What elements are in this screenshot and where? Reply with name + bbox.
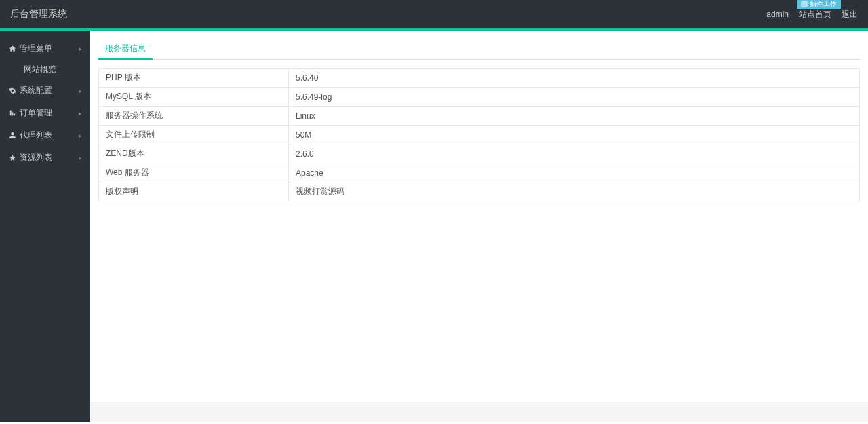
sidebar-item-system[interactable]: 系统配置 ▸ <box>0 79 90 102</box>
chevron-right-icon: ▸ <box>79 88 82 94</box>
sidebar-label: 代理列表 <box>20 130 52 141</box>
info-key: 版权声明 <box>99 182 289 201</box>
header-right: admin 站点首页 退出 <box>766 9 858 20</box>
info-value: Linux <box>289 107 860 126</box>
chevron-right-icon: ▸ <box>79 45 82 52</box>
home-icon <box>8 45 16 53</box>
table-row: Web 服务器 Apache <box>99 163 860 182</box>
info-value: 2.6.0 <box>289 144 860 163</box>
table-row: PHP 版本 5.6.40 <box>99 69 860 88</box>
badge-label: 插件工作 <box>810 0 837 9</box>
info-key: MySQL 版本 <box>99 88 289 107</box>
cog-icon <box>8 87 16 95</box>
chevron-right-icon: ▸ <box>79 110 82 117</box>
top-badge[interactable]: 插件工作 <box>797 0 841 9</box>
chevron-right-icon: ▸ <box>79 132 82 139</box>
main-footer <box>90 402 868 422</box>
app-title: 后台管理系统 <box>10 8 67 20</box>
sidebar-label: 订单管理 <box>20 107 52 119</box>
table-row: ZEND版本 2.6.0 <box>99 144 860 163</box>
tab-header: 服务器信息 <box>98 39 860 60</box>
header-user[interactable]: admin <box>766 9 789 19</box>
server-info-table: PHP 版本 5.6.40 MySQL 版本 5.6.49-log 服务器操作系… <box>98 68 860 201</box>
table-row: 服务器操作系统 Linux <box>99 107 860 126</box>
header: 后台管理系统 插件工作 admin 站点首页 退出 <box>0 0 868 31</box>
sidebar: 管理菜单 ▸ 网站概览 系统配置 ▸ 订单管理 ▸ <box>0 31 90 422</box>
sidebar-label: 管理菜单 <box>20 43 52 54</box>
table-row: 版权声明 视频打赏源码 <box>99 182 860 201</box>
table-row: MySQL 版本 5.6.49-log <box>99 88 860 107</box>
bars-icon <box>8 109 16 117</box>
info-value: 视频打赏源码 <box>289 182 860 201</box>
info-value: 5.6.49-log <box>289 88 860 107</box>
chevron-right-icon: ▸ <box>79 155 82 161</box>
info-value: 5.6.40 <box>289 69 860 88</box>
table-row: 文件上传限制 50M <box>99 126 860 144</box>
info-key: Web 服务器 <box>99 163 289 182</box>
header-logout-link[interactable]: 退出 <box>842 9 858 20</box>
info-key: 服务器操作系统 <box>99 107 289 126</box>
sidebar-subitem-overview[interactable]: 网站概览 <box>0 60 90 79</box>
tab-server-info[interactable]: 服务器信息 <box>98 39 153 60</box>
header-home-link[interactable]: 站点首页 <box>799 9 831 20</box>
user-icon <box>8 132 16 140</box>
star-icon <box>8 154 16 162</box>
sidebar-item-menu[interactable]: 管理菜单 ▸ <box>0 37 90 60</box>
info-key: 文件上传限制 <box>99 126 289 144</box>
sidebar-item-agents[interactable]: 代理列表 ▸ <box>0 124 90 147</box>
sidebar-label: 系统配置 <box>20 85 52 96</box>
info-value: Apache <box>289 163 860 182</box>
sidebar-label: 资源列表 <box>20 152 52 163</box>
sidebar-item-orders[interactable]: 订单管理 ▸ <box>0 102 90 124</box>
info-key: PHP 版本 <box>99 69 289 88</box>
info-value: 50M <box>289 126 860 144</box>
info-key: ZEND版本 <box>99 144 289 163</box>
sidebar-item-resources[interactable]: 资源列表 ▸ <box>0 147 90 169</box>
main: 服务器信息 PHP 版本 5.6.40 MySQL 版本 5.6.49-log … <box>90 31 868 422</box>
badge-icon <box>801 1 808 7</box>
